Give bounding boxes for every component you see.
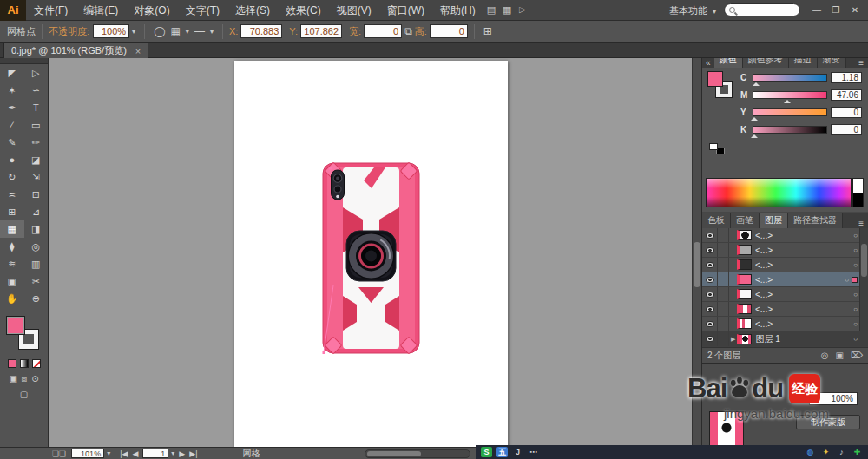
next-artboard-icon[interactable]: ▶ xyxy=(179,449,185,458)
blend-tool[interactable]: ◎ xyxy=(24,238,49,255)
eyedropper-tool[interactable]: ⧫ xyxy=(0,238,24,255)
shape-builder-tool[interactable]: ⊞ xyxy=(0,203,24,220)
slice-tool[interactable]: ✂ xyxy=(24,272,49,290)
layer-row[interactable]: <...> ○ xyxy=(702,287,868,302)
gradient-mode-button[interactable] xyxy=(20,359,29,368)
ime-more-icon[interactable]: ⋯ xyxy=(528,447,539,457)
artboard-number-field[interactable]: 1 xyxy=(142,449,168,458)
graphic-style-icon[interactable]: ▦ xyxy=(171,25,181,37)
make-mask-button[interactable]: 制作蒙版 xyxy=(796,415,860,429)
cyan-slider[interactable] xyxy=(753,74,827,82)
height-field[interactable]: 0 xyxy=(430,24,468,38)
ime-wubi-icon[interactable]: 五 xyxy=(496,447,508,457)
menu-type[interactable]: 文字(T) xyxy=(178,0,227,21)
target-icon[interactable]: ○ xyxy=(853,305,858,313)
layers-scrollbar[interactable] xyxy=(859,228,868,331)
magenta-value-field[interactable]: 47.06 xyxy=(831,89,862,101)
free-transform-tool[interactable]: ⊡ xyxy=(24,186,49,203)
disclosure-icon[interactable]: ▶ xyxy=(731,336,735,343)
minimize-button[interactable]: — xyxy=(807,0,826,21)
tab-layers[interactable]: 图层 xyxy=(760,213,788,228)
chevron-down-icon[interactable]: ▾ xyxy=(171,449,174,457)
visibility-toggle[interactable] xyxy=(702,331,718,346)
black-value-field[interactable]: 0 xyxy=(831,124,862,135)
tray-chat-icon[interactable]: ◍ xyxy=(805,447,816,457)
type-tool[interactable]: T xyxy=(24,99,49,116)
lock-toggle[interactable] xyxy=(718,331,729,346)
panel-menu-icon[interactable]: ≡ xyxy=(854,219,868,228)
share-icon[interactable]: ⌲ xyxy=(518,4,526,16)
transparency-opacity-field[interactable]: 100% xyxy=(809,392,858,405)
line-segment-tool[interactable]: ∕ xyxy=(0,116,24,134)
fill-swatch[interactable] xyxy=(6,316,25,335)
target-icon[interactable]: ○ xyxy=(853,291,858,298)
chevron-down-icon[interactable]: ▾ xyxy=(132,28,135,36)
none-mode-button[interactable] xyxy=(32,359,41,368)
perspective-grid-tool[interactable]: ⊿ xyxy=(24,203,49,220)
rotate-tool[interactable]: ↻ xyxy=(0,168,24,186)
visibility-toggle[interactable] xyxy=(702,258,718,272)
chevron-down-icon[interactable]: ▾ xyxy=(107,449,110,457)
document-setup-icon[interactable]: ▤ xyxy=(487,4,496,16)
menu-effect[interactable]: 效果(C) xyxy=(278,0,329,21)
prev-artboard-icon[interactable]: ◀ xyxy=(132,449,138,458)
tab-pathfinder[interactable]: 路径查找器 xyxy=(788,213,843,228)
constrain-proportions-icon[interactable]: ⧉ xyxy=(404,25,412,37)
delete-layer-icon[interactable]: ⌦ xyxy=(851,351,863,360)
canvas[interactable] xyxy=(49,58,701,447)
tray-security-icon[interactable]: ✚ xyxy=(852,447,863,457)
lasso-tool[interactable]: ∽ xyxy=(24,82,49,99)
selection-tool[interactable]: ◤ xyxy=(0,64,24,82)
layer-row[interactable]: <...> ○ xyxy=(702,317,868,331)
black-slider[interactable] xyxy=(753,126,827,134)
zoom-tool[interactable]: ⊕ xyxy=(24,290,49,307)
pencil-tool[interactable]: ✏ xyxy=(24,134,49,151)
workspace-switcher[interactable]: 基本功能 ▾ xyxy=(669,0,719,21)
menu-file[interactable]: 文件(F) xyxy=(26,0,76,21)
draw-inside-button[interactable]: ⊙ xyxy=(31,374,38,384)
chevron-down-icon[interactable]: ▾ xyxy=(186,28,189,36)
direct-selection-tool[interactable]: ▷ xyxy=(24,64,49,82)
menu-window[interactable]: 窗口(W) xyxy=(379,0,432,21)
mesh-tool[interactable]: ▦ xyxy=(0,220,24,238)
column-graph-tool[interactable]: ▥ xyxy=(24,255,49,272)
zoom-field[interactable]: 101% xyxy=(71,449,104,458)
color-spectrum[interactable] xyxy=(706,178,852,207)
vertical-scrollbar-thumb[interactable] xyxy=(694,242,700,287)
menu-help[interactable]: 帮助(H) xyxy=(432,0,483,21)
search-input[interactable] xyxy=(724,3,800,16)
vertical-scrollbar[interactable] xyxy=(692,58,701,447)
menu-edit[interactable]: 编辑(E) xyxy=(76,0,126,21)
visibility-toggle[interactable] xyxy=(702,272,718,286)
lock-toggle[interactable] xyxy=(718,228,729,242)
gradient-tool[interactable]: ◨ xyxy=(24,220,49,238)
layer-row-selected[interactable]: <...> ○ xyxy=(702,272,868,287)
horizontal-scrollbar[interactable] xyxy=(365,449,470,458)
horizontal-scrollbar-thumb[interactable] xyxy=(367,451,421,456)
width-tool[interactable]: ≍ xyxy=(0,186,24,203)
lock-toggle[interactable] xyxy=(718,258,729,272)
make-clipping-mask-icon[interactable]: ◎ xyxy=(821,351,829,360)
draw-behind-button[interactable]: ⧈ xyxy=(22,374,27,384)
visibility-toggle[interactable] xyxy=(702,302,718,316)
white-black-ramp[interactable] xyxy=(852,178,864,207)
paintbrush-tool[interactable]: ✎ xyxy=(0,134,24,151)
close-tab-icon[interactable]: × xyxy=(135,46,141,56)
lock-toggle[interactable] xyxy=(718,317,729,331)
rectangle-tool[interactable]: ▭ xyxy=(24,116,49,134)
collapse-panels-icon[interactable]: « xyxy=(702,58,714,68)
y-field[interactable]: 107.862 xyxy=(300,24,342,38)
fill-proxy-swatch[interactable] xyxy=(707,71,723,87)
yellow-slider[interactable] xyxy=(753,108,827,116)
artboard-tool[interactable]: ▣ xyxy=(0,272,24,290)
tab-swatches[interactable]: 色板 xyxy=(702,213,731,228)
eraser-tool[interactable]: ◪ xyxy=(24,151,49,168)
tray-star-icon[interactable]: ✦ xyxy=(820,447,832,457)
lock-toggle[interactable] xyxy=(718,302,729,316)
scale-tool[interactable]: ⇲ xyxy=(24,168,49,186)
transform-panel-icon[interactable]: ⊞ xyxy=(483,25,492,37)
opacity-field[interactable]: 100% xyxy=(93,24,129,38)
screen-mode-button[interactable]: ▢ xyxy=(0,390,48,399)
blob-brush-tool[interactable]: ● xyxy=(0,151,24,168)
ime-mode-icon[interactable]: J xyxy=(512,447,523,457)
